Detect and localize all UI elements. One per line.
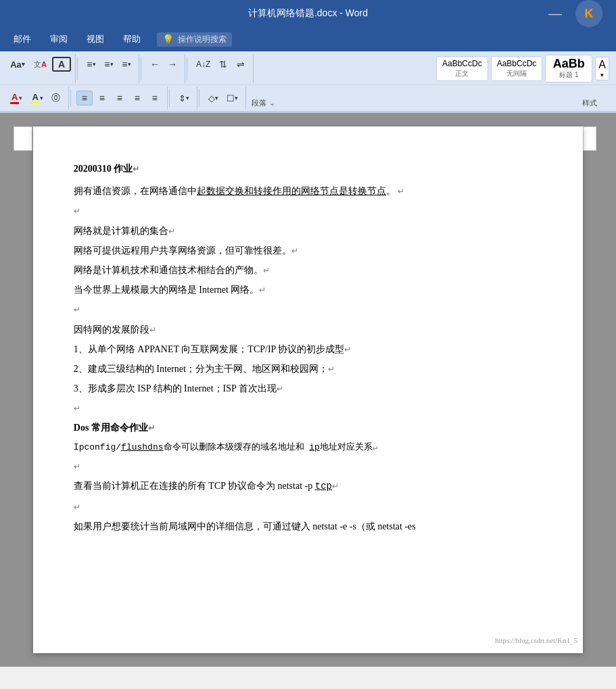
doc-para-3: 网络就是计算机的集合↵ [74,222,529,239]
borders-btn[interactable]: ☐▾ [223,91,241,105]
indent-decrease-btn[interactable]: ← [147,57,163,72]
shading-borders-group: ◇▾ ☐▾ [201,87,246,110]
align-justify-btn[interactable]: ≡ [129,91,145,105]
color-group: A▾ A▾ ⓪ [3,87,69,110]
paragraph-expand-icon[interactable]: ⌄ [269,99,275,108]
sort-btn[interactable]: A↓Z [193,57,214,72]
document-area: 20200310 作业↵ 拥有通信资源，在网络通信中起数据交换和转接作用的网络节… [0,113,616,667]
doc-para-18: 如果用户想要统计当前局域网中的详细信息，可通过键入 netstat -e -s（… [74,518,529,535]
search-placeholder: 操作说明搜索 [178,34,227,45]
doc-para-15: ↵ [74,458,529,475]
indent-group: ← → [143,54,185,83]
watermark: https://blog.csdn.net/Kn1_5 [495,634,577,648]
align-left-btn[interactable]: ≡ [76,91,93,105]
font-color-btn[interactable]: A▾ [7,91,26,105]
right-ruler-tab [583,126,596,151]
style-normal[interactable]: AaBbCcDc 正文 [436,56,488,81]
doc-para-14: Ipconfig/flushdns命令可以删除本级缓存的域名地址和 ip地址对应… [74,439,529,456]
minimize-button[interactable]: — [548,6,562,22]
search-box[interactable]: 💡 操作说明搜索 [157,32,232,47]
align-right-btn[interactable]: ≡ [112,91,128,105]
search-icon: 💡 [162,34,174,45]
list-group: ≡▾ ≡▾ ≡▾ [79,54,139,83]
font-size-group: Aa▾ 文A A [3,54,76,83]
shading-btn[interactable]: ⓪ [48,91,64,105]
doc-para-8: 因特网的发展阶段↵ [74,321,529,338]
align-center-btn[interactable]: ≡ [94,91,110,105]
text-highlight-btn[interactable]: A▾ [27,91,46,105]
numbered-list-btn[interactable]: ≡▾ [101,57,117,72]
app-logo: K [575,0,602,27]
align-group: ≡ ≡ ≡ ≡ ≡ [72,87,168,110]
doc-para-7: ↵ [74,301,529,318]
clear-format-btn[interactable]: 文A [30,57,50,72]
style-no-spacing[interactable]: AaBbCcDc 无间隔 [491,56,543,81]
menu-help[interactable]: 帮助 [115,30,149,48]
doc-para-4: 网络可提供远程用户共享网络资源，但可靠性很差。↵ [74,242,529,259]
spacing-group: ⇕▾ [171,87,197,110]
menu-mail[interactable]: 邮件 [5,30,39,48]
sort-group: A↓Z ⇅ ⇌ [189,54,254,83]
menu-view[interactable]: 视图 [78,30,112,48]
special-btn[interactable]: ⇌ [233,57,249,72]
doc-para-10: 2、建成三级结构的 Internet；分为主干网、地区网和校园网；↵ [74,360,529,377]
doc-title: 20200310 作业↵ [74,160,529,177]
paragraph-group-label: 段落 [252,98,266,108]
align-distributed-btn[interactable]: ≡ [147,91,163,105]
indent-increase-btn[interactable]: → [164,57,181,72]
doc-para-2: ↵ [74,202,529,219]
doc-para-6: 当今世界上规模最大的网络是 Internet 网络。↵ [74,281,529,298]
ribbon-toolbar: Aa▾ 文A A ≡▾ ≡▾ ≡▾ ← → [0,51,616,113]
doc-para-11: 3、形成多层次 ISP 结构的 Internet；ISP 首次出现↵ [74,380,529,397]
styles-group: AaBbCcDc 正文 AaBbCcDc 无间隔 AaBb 标题 1 A ▾ [432,54,613,83]
fill-color-btn[interactable]: ◇▾ [205,91,222,105]
font-btn[interactable]: A [52,57,71,72]
doc-para-9: 1、从单个网络 APPANET 向互联网发展；TCP/IP 协议的初步成型↵ [74,341,529,358]
left-ruler-tab [14,126,32,151]
menu-bar: 邮件 审阅 视图 帮助 💡 操作说明搜索 [0,27,616,51]
show-marks-btn[interactable]: ⇅ [215,57,231,72]
styles-group-label: 样式 [582,98,611,108]
line-spacing-btn[interactable]: ⇕▾ [175,91,193,105]
style-more[interactable]: A ▾ [595,57,609,80]
title-text: 计算机网络错题.docx - Word [248,7,368,20]
doc-para-1: 拥有通信资源，在网络通信中起数据交换和转接作用的网络节点是转换节点。 ↵ [74,183,529,199]
document-content: 20200310 作业↵ 拥有通信资源，在网络通信中起数据交换和转接作用的网络节… [74,160,529,535]
doc-para-16: 查看当前计算机正在连接的所有 TCP 协议命令为 netstat -p tcp↵ [74,477,529,495]
doc-para-12: ↵ [74,400,529,417]
menu-review[interactable]: 审阅 [42,30,76,48]
font-size-btn[interactable]: Aa▾ [7,57,28,72]
doc-para-13: Dos 常用命令作业↵ [74,419,529,436]
bullet-list-btn[interactable]: ≡▾ [83,57,99,72]
doc-para-17: ↵ [74,498,529,515]
style-heading1[interactable]: AaBb 标题 1 [545,55,592,82]
document-page[interactable]: 20200310 作业↵ 拥有通信资源，在网络通信中起数据交换和转接作用的网络节… [33,126,583,653]
outline-list-btn[interactable]: ≡▾ [118,57,135,72]
doc-para-5: 网络是计算机技术和通信技术相结合的产物。↵ [74,262,529,279]
title-bar: 计算机网络错题.docx - Word K — [0,0,616,27]
